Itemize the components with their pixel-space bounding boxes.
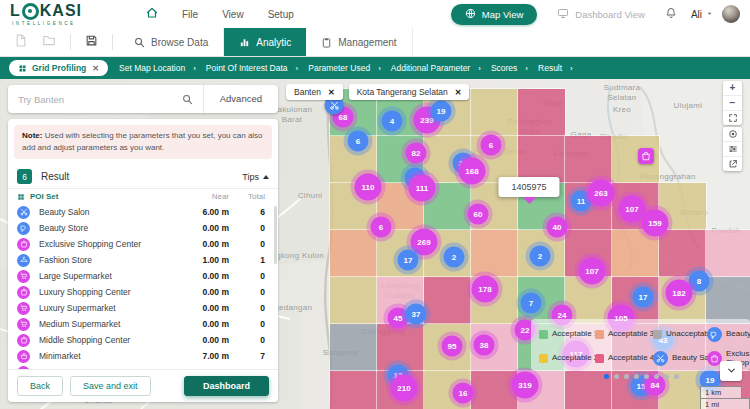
cluster-marker[interactable]: 95: [442, 336, 463, 357]
pagination-dot[interactable]: [634, 374, 639, 379]
tab-browse-data[interactable]: Browse Data: [119, 28, 224, 56]
cluster-marker[interactable]: 82: [406, 143, 427, 164]
cluster-marker[interactable]: 6: [481, 135, 502, 156]
grid-cell[interactable]: [330, 230, 377, 277]
tab-analytic[interactable]: Analytic: [224, 28, 306, 56]
pagination-dot[interactable]: [654, 374, 659, 379]
map-chip[interactable]: Banten✕: [286, 84, 343, 100]
cluster-marker[interactable]: 37: [406, 304, 427, 325]
grid-cell[interactable]: [612, 230, 659, 277]
breadcrumb-step[interactable]: Set Map Location›: [119, 63, 196, 73]
share-button[interactable]: [723, 157, 742, 171]
cluster-marker[interactable]: 2: [530, 246, 551, 267]
cluster-marker[interactable]: 107: [579, 258, 606, 285]
dashboard-view-button[interactable]: Dashboard View: [557, 7, 645, 21]
avatar[interactable]: [722, 5, 740, 23]
grid-cell[interactable]: [330, 324, 377, 371]
cluster-marker[interactable]: 17: [633, 287, 654, 308]
cluster-marker[interactable]: 38: [474, 335, 495, 356]
dashboard-button[interactable]: Dashboard: [184, 376, 269, 396]
breadcrumb-current-pill[interactable]: Grid Profiling ✕: [9, 60, 108, 76]
cluster-marker[interactable]: 17: [398, 250, 419, 271]
pagination-dot[interactable]: [644, 374, 649, 379]
grid-cell[interactable]: [330, 371, 377, 409]
new-file-icon[interactable]: [14, 33, 27, 51]
search-input[interactable]: [8, 94, 172, 105]
bag-marker[interactable]: [638, 148, 654, 164]
cluster-marker[interactable]: 210: [391, 375, 418, 402]
map-canvas[interactable]: Pakulonan BaratCihuniLengkong KulonPaged…: [0, 79, 750, 409]
cluster-marker[interactable]: 110: [355, 174, 382, 201]
pagination-dot[interactable]: [604, 374, 609, 379]
grid-cell[interactable]: [330, 277, 377, 324]
pagination-dot[interactable]: [664, 374, 669, 379]
breadcrumb-step[interactable]: Point Of Interest Data›: [206, 63, 298, 73]
legend-expand-button[interactable]: [720, 361, 742, 381]
cluster-marker[interactable]: 111: [409, 175, 436, 202]
grid-cell[interactable]: [471, 371, 518, 409]
cluster-marker[interactable]: 263: [588, 180, 615, 207]
close-icon[interactable]: ✕: [455, 88, 462, 97]
tips-toggle[interactable]: Tips: [242, 172, 269, 182]
grid-cell[interactable]: [518, 136, 565, 183]
menu-item-view[interactable]: View: [222, 9, 244, 20]
filters-button[interactable]: [723, 142, 742, 157]
fullscreen-button[interactable]: [723, 111, 742, 125]
grid-cell[interactable]: [518, 89, 565, 136]
scrollbar[interactable]: [274, 206, 277, 264]
tab-management[interactable]: Management: [306, 28, 412, 56]
grid-cell[interactable]: [471, 230, 518, 277]
cluster-marker[interactable]: 60: [468, 204, 489, 225]
close-icon[interactable]: ✕: [92, 64, 99, 73]
cluster-marker[interactable]: 178: [472, 276, 499, 303]
cluster-marker[interactable]: 4: [382, 111, 403, 132]
cluster-marker[interactable]: 319: [512, 372, 539, 399]
save-icon[interactable]: [85, 33, 98, 51]
table-row[interactable]: Beauty Salon6.00 m6: [8, 204, 278, 220]
map-view-button[interactable]: Map View: [451, 4, 538, 25]
cluster-marker[interactable]: 19: [431, 101, 452, 122]
table-row[interactable]: Luxury Supermarket0.00 m0: [8, 300, 278, 316]
breadcrumb-step[interactable]: Parameter Used›: [308, 63, 381, 73]
user-menu[interactable]: Ali: [691, 9, 714, 20]
grid-cell[interactable]: [471, 89, 518, 136]
breadcrumb-step[interactable]: Scores›: [491, 63, 528, 73]
advanced-button[interactable]: Advanced: [203, 85, 278, 113]
breadcrumb-step[interactable]: Additional Parameter›: [391, 63, 481, 73]
table-row[interactable]: Minimarket7.00 m7: [8, 348, 278, 364]
table-row[interactable]: Fashion Store1.00 m1: [8, 252, 278, 268]
grid-cell[interactable]: [565, 136, 612, 183]
open-folder-icon[interactable]: [42, 33, 56, 51]
table-row[interactable]: Exclusive Shopping Center0.00 m0: [8, 236, 278, 252]
cluster-marker[interactable]: 2: [444, 247, 465, 268]
grid-cell[interactable]: [424, 277, 471, 324]
back-button[interactable]: Back: [17, 376, 63, 396]
pagination-dot[interactable]: [614, 374, 619, 379]
zoom-in-button[interactable]: +: [723, 81, 742, 96]
basemap-button[interactable]: [723, 127, 742, 142]
map-chip[interactable]: Kota Tangerang Selatan✕: [349, 84, 470, 100]
menu-item-setup[interactable]: Setup: [268, 9, 294, 20]
cluster-marker[interactable]: 6: [348, 131, 369, 152]
cluster-marker[interactable]: 159: [642, 210, 669, 237]
cluster-marker[interactable]: 168: [459, 158, 486, 185]
grid-cell[interactable]: [706, 277, 750, 324]
cluster-marker[interactable]: 6: [371, 217, 392, 238]
zoom-out-button[interactable]: −: [723, 96, 742, 111]
cluster-marker[interactable]: 182: [666, 280, 693, 307]
pagination-dot[interactable]: [674, 374, 679, 379]
table-row[interactable]: Large Supermarket0.00 m0: [8, 268, 278, 284]
pagination-dot[interactable]: [624, 374, 629, 379]
home-icon[interactable]: [146, 5, 158, 23]
search-icon[interactable]: [172, 94, 203, 105]
table-row[interactable]: Middle Shopping Center0.00 m0: [8, 332, 278, 348]
cluster-marker[interactable]: 7: [521, 293, 542, 314]
breadcrumb-step[interactable]: Result›: [538, 63, 573, 73]
table-row[interactable]: Medium Supermarket0.00 m0: [8, 316, 278, 332]
save-and-exit-button[interactable]: Save and exit: [70, 376, 151, 396]
menu-item-file[interactable]: File: [182, 9, 198, 20]
table-row[interactable]: Beauty Store0.00 m0: [8, 220, 278, 236]
close-icon[interactable]: ✕: [328, 88, 335, 97]
table-row[interactable]: Luxury Shopping Center0.00 m0: [8, 284, 278, 300]
cluster-marker[interactable]: 16: [453, 383, 474, 404]
